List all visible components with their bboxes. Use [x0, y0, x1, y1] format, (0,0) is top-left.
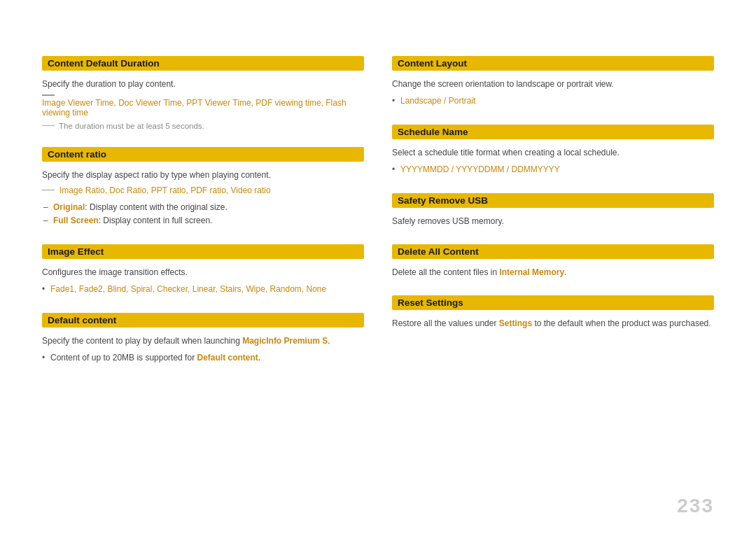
page-number: 233 — [677, 495, 714, 517]
bullets-default-content: Content of up to 20MB is supported for D… — [42, 351, 364, 365]
left-column: Content Default Duration Specify the dur… — [42, 56, 364, 365]
desc-schedule-name: Select a schedule title format when crea… — [392, 146, 714, 159]
links-text-content-ratio: Image Ratio, Doc Ratio, PPT ratio, PDF r… — [59, 185, 271, 195]
section-title-safety-remove-usb: Safety Remove USB — [392, 193, 714, 208]
bullets-image-effect: Fade1, Fade2, Blind, Spiral, Checker, Li… — [42, 283, 364, 296]
section-content-ratio: Content ratio Specify the display aspect… — [42, 147, 364, 227]
section-safety-remove-usb: Safety Remove USB Safely removes USB mem… — [392, 193, 714, 227]
section-content-layout: Content Layout Change the screen orienta… — [392, 56, 714, 108]
bullets-content-layout: Landscape / Portrait — [392, 94, 714, 108]
dash-icon-2 — [42, 125, 55, 127]
section-image-effect: Image Effect Configures the image transi… — [42, 244, 364, 296]
list-item: YYYYMMDD / YYYYDDMM / DDMMYYYY — [400, 163, 714, 176]
section-title-delete-all-content: Delete All Content — [392, 244, 714, 259]
desc-image-effect: Configures the image transition effects. — [42, 266, 364, 279]
desc-content-layout: Change the screen orientation to landsca… — [392, 78, 714, 90]
desc-content-default-duration: Specify the duration to play content. — [42, 78, 364, 90]
note-content-default-duration: The duration must be at least 5 seconds. — [42, 122, 364, 130]
section-content-default-duration: Content Default Duration Specify the dur… — [42, 56, 364, 130]
list-item: Fade1, Fade2, Blind, Spiral, Checker, Li… — [50, 283, 364, 296]
dash-icon-3 — [42, 190, 55, 191]
section-title-content-default-duration: Content Default Duration — [42, 56, 364, 71]
list-item: Full Screen: Display content in full scr… — [53, 214, 364, 227]
desc-delete-all-content: Delete all the content files in Internal… — [392, 266, 714, 279]
sublinks-content-default-duration: Image Viewer Time, Doc Viewer Time, PPT … — [42, 94, 364, 118]
links-text-content-default-duration: Image Viewer Time, Doc Viewer Time, PPT … — [42, 98, 364, 118]
desc-safety-remove-usb: Safely removes USB memory. — [392, 215, 714, 227]
dash-icon — [42, 94, 55, 96]
desc-default-content: Specify the content to play by default w… — [42, 335, 364, 347]
bullets-schedule-name: YYYYMMDD / YYYYDDMM / DDMMYYYY — [392, 163, 714, 176]
list-item: Original: Display content with the origi… — [53, 201, 364, 214]
section-title-content-layout: Content Layout — [392, 56, 714, 71]
right-column: Content Layout Change the screen orienta… — [392, 56, 714, 365]
section-title-reset-settings: Reset Settings — [392, 295, 714, 310]
sublinks-content-ratio: Image Ratio, Doc Ratio, PPT ratio, PDF r… — [42, 185, 364, 195]
section-title-image-effect: Image Effect — [42, 244, 364, 259]
sub-bullets-content-ratio: Original: Display content with the origi… — [42, 201, 364, 227]
section-delete-all-content: Delete All Content Delete all the conten… — [392, 244, 714, 279]
section-reset-settings: Reset Settings Restore all the values un… — [392, 295, 714, 330]
section-schedule-name: Schedule Name Select a schedule title fo… — [392, 125, 714, 176]
section-title-content-ratio: Content ratio — [42, 147, 364, 162]
list-item: Content of up to 20MB is supported for D… — [50, 351, 364, 365]
list-item: Landscape / Portrait — [400, 94, 714, 108]
section-title-default-content: Default content — [42, 313, 364, 328]
section-title-schedule-name: Schedule Name — [392, 125, 714, 139]
effects-text: Fade1, Fade2, Blind, Spiral, Checker, Li… — [50, 284, 326, 294]
desc-content-ratio: Specify the display aspect ratio by type… — [42, 169, 364, 181]
section-default-content: Default content Specify the content to p… — [42, 313, 364, 365]
desc-reset-settings: Restore all the values under Settings to… — [392, 317, 714, 330]
